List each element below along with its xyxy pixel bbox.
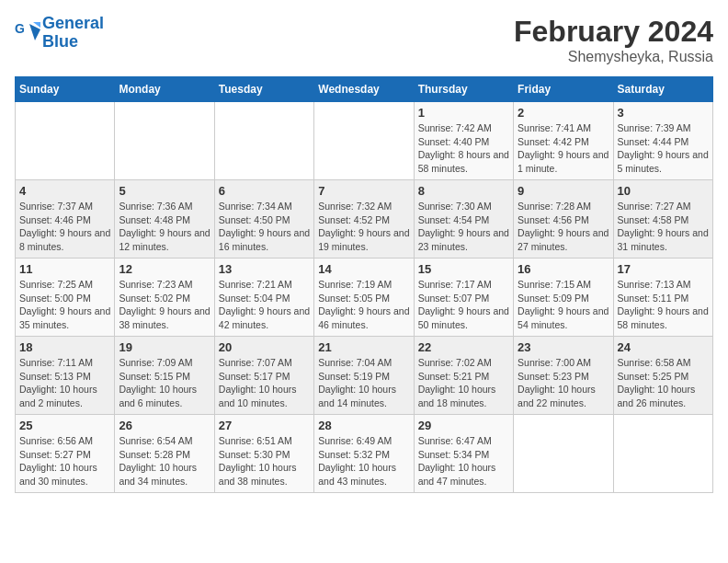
day-info: Sunrise: 6:54 AM Sunset: 5:28 PM Dayligh… [119, 434, 210, 488]
day-number: 12 [119, 262, 210, 276]
calendar-cell: 22Sunrise: 7:02 AM Sunset: 5:21 PM Dayli… [414, 337, 513, 415]
day-number: 23 [518, 340, 609, 354]
calendar-cell: 4Sunrise: 7:37 AM Sunset: 4:46 PM Daylig… [16, 180, 115, 259]
day-info: Sunrise: 7:27 AM Sunset: 4:58 PM Dayligh… [618, 200, 709, 254]
day-info: Sunrise: 7:04 AM Sunset: 5:19 PM Dayligh… [318, 356, 409, 410]
calendar-cell: 25Sunrise: 6:56 AM Sunset: 5:27 PM Dayli… [16, 415, 115, 493]
day-number: 14 [318, 262, 409, 276]
calendar-cell: 5Sunrise: 7:36 AM Sunset: 4:48 PM Daylig… [115, 180, 214, 259]
day-info: Sunrise: 6:51 AM Sunset: 5:30 PM Dayligh… [219, 434, 310, 488]
calendar-cell [115, 102, 214, 180]
calendar-cell: 18Sunrise: 7:11 AM Sunset: 5:13 PM Dayli… [16, 337, 115, 415]
day-info: Sunrise: 7:23 AM Sunset: 5:02 PM Dayligh… [119, 278, 210, 332]
calendar-cell [514, 415, 613, 493]
day-header-wednesday: Wednesday [314, 77, 414, 102]
calendar-cell: 6Sunrise: 7:34 AM Sunset: 4:50 PM Daylig… [214, 180, 313, 259]
day-number: 20 [219, 340, 310, 354]
day-number: 1 [418, 106, 509, 120]
day-number: 6 [219, 184, 310, 198]
day-number: 13 [219, 262, 310, 276]
day-number: 28 [318, 419, 409, 432]
calendar-week-2: 4Sunrise: 7:37 AM Sunset: 4:46 PM Daylig… [16, 180, 713, 259]
calendar-body: 1Sunrise: 7:42 AM Sunset: 4:40 PM Daylig… [16, 102, 713, 493]
calendar-cell [16, 102, 115, 180]
calendar-cell: 14Sunrise: 7:19 AM Sunset: 5:05 PM Dayli… [314, 259, 414, 337]
calendar-week-5: 25Sunrise: 6:56 AM Sunset: 5:27 PM Dayli… [16, 415, 713, 493]
day-info: Sunrise: 7:25 AM Sunset: 5:00 PM Dayligh… [19, 278, 110, 332]
day-info: Sunrise: 7:36 AM Sunset: 4:48 PM Dayligh… [119, 200, 210, 254]
calendar-week-4: 18Sunrise: 7:11 AM Sunset: 5:13 PM Dayli… [16, 337, 713, 415]
day-number: 26 [119, 419, 210, 432]
calendar-cell: 13Sunrise: 7:21 AM Sunset: 5:04 PM Dayli… [214, 259, 313, 337]
day-info: Sunrise: 7:11 AM Sunset: 5:13 PM Dayligh… [19, 356, 110, 410]
svg-text:G: G [15, 21, 25, 36]
calendar-cell: 9Sunrise: 7:28 AM Sunset: 4:56 PM Daylig… [514, 180, 613, 259]
day-header-monday: Monday [115, 77, 214, 102]
day-info: Sunrise: 6:47 AM Sunset: 5:34 PM Dayligh… [418, 434, 509, 488]
calendar-cell [314, 102, 414, 180]
calendar-cell [613, 415, 712, 493]
day-number: 2 [518, 106, 609, 120]
day-number: 5 [119, 184, 210, 198]
day-info: Sunrise: 7:19 AM Sunset: 5:05 PM Dayligh… [318, 278, 409, 332]
calendar-cell: 12Sunrise: 7:23 AM Sunset: 5:02 PM Dayli… [115, 259, 214, 337]
calendar-week-3: 11Sunrise: 7:25 AM Sunset: 5:00 PM Dayli… [16, 259, 713, 337]
day-info: Sunrise: 7:37 AM Sunset: 4:46 PM Dayligh… [19, 200, 110, 254]
day-header-friday: Friday [514, 77, 613, 102]
svg-marker-1 [29, 24, 40, 40]
day-number: 9 [518, 184, 609, 198]
day-number: 16 [518, 262, 609, 276]
calendar-cell: 19Sunrise: 7:09 AM Sunset: 5:15 PM Dayli… [115, 337, 214, 415]
day-number: 19 [119, 340, 210, 354]
day-info: Sunrise: 7:32 AM Sunset: 4:52 PM Dayligh… [318, 200, 409, 254]
day-number: 17 [618, 262, 709, 276]
day-info: Sunrise: 7:21 AM Sunset: 5:04 PM Dayligh… [219, 278, 310, 332]
day-number: 4 [19, 184, 110, 198]
day-header-saturday: Saturday [613, 77, 712, 102]
day-info: Sunrise: 7:39 AM Sunset: 4:44 PM Dayligh… [618, 121, 709, 176]
calendar-cell: 20Sunrise: 7:07 AM Sunset: 5:17 PM Dayli… [214, 337, 313, 415]
day-number: 25 [19, 419, 110, 432]
day-number: 29 [418, 419, 509, 432]
day-info: Sunrise: 7:34 AM Sunset: 4:50 PM Dayligh… [219, 200, 310, 254]
day-number: 7 [318, 184, 409, 198]
day-header-sunday: Sunday [16, 77, 115, 102]
day-info: Sunrise: 7:28 AM Sunset: 4:56 PM Dayligh… [518, 200, 609, 254]
day-number: 22 [418, 340, 509, 354]
logo-text: General Blue [42, 15, 104, 52]
calendar-cell: 10Sunrise: 7:27 AM Sunset: 4:58 PM Dayli… [613, 180, 712, 259]
calendar-cell: 3Sunrise: 7:39 AM Sunset: 4:44 PM Daylig… [613, 102, 712, 180]
day-info: Sunrise: 7:30 AM Sunset: 4:54 PM Dayligh… [418, 200, 509, 254]
calendar-cell: 17Sunrise: 7:13 AM Sunset: 5:11 PM Dayli… [613, 259, 712, 337]
logo: G General Blue [15, 15, 104, 52]
main-title: February 2024 [514, 15, 713, 49]
calendar-cell: 11Sunrise: 7:25 AM Sunset: 5:00 PM Dayli… [16, 259, 115, 337]
calendar-cell: 28Sunrise: 6:49 AM Sunset: 5:32 PM Dayli… [314, 415, 414, 493]
day-number: 11 [19, 262, 110, 276]
calendar-cell: 15Sunrise: 7:17 AM Sunset: 5:07 PM Dayli… [414, 259, 513, 337]
day-info: Sunrise: 7:42 AM Sunset: 4:40 PM Dayligh… [418, 121, 509, 176]
day-number: 18 [19, 340, 110, 354]
sub-title: Shemysheyka, Russia [514, 49, 713, 65]
calendar-cell: 29Sunrise: 6:47 AM Sunset: 5:34 PM Dayli… [414, 415, 513, 493]
logo-icon: G [15, 20, 40, 46]
calendar-cell: 2Sunrise: 7:41 AM Sunset: 4:42 PM Daylig… [514, 102, 613, 180]
calendar: SundayMondayTuesdayWednesdayThursdayFrid… [15, 76, 713, 493]
day-info: Sunrise: 7:15 AM Sunset: 5:09 PM Dayligh… [518, 278, 609, 332]
day-info: Sunrise: 7:17 AM Sunset: 5:07 PM Dayligh… [418, 278, 509, 332]
calendar-cell: 7Sunrise: 7:32 AM Sunset: 4:52 PM Daylig… [314, 180, 414, 259]
day-number: 15 [418, 262, 509, 276]
day-info: Sunrise: 7:41 AM Sunset: 4:42 PM Dayligh… [518, 121, 609, 176]
title-area: February 2024 Shemysheyka, Russia [514, 15, 713, 65]
day-header-thursday: Thursday [414, 77, 513, 102]
day-info: Sunrise: 6:58 AM Sunset: 5:25 PM Dayligh… [618, 356, 709, 410]
day-number: 8 [418, 184, 509, 198]
day-info: Sunrise: 7:09 AM Sunset: 5:15 PM Dayligh… [119, 356, 210, 410]
day-info: Sunrise: 7:07 AM Sunset: 5:17 PM Dayligh… [219, 356, 310, 410]
day-number: 3 [618, 106, 709, 120]
day-info: Sunrise: 7:02 AM Sunset: 5:21 PM Dayligh… [418, 356, 509, 410]
calendar-cell: 8Sunrise: 7:30 AM Sunset: 4:54 PM Daylig… [414, 180, 513, 259]
calendar-cell: 21Sunrise: 7:04 AM Sunset: 5:19 PM Dayli… [314, 337, 414, 415]
day-info: Sunrise: 6:56 AM Sunset: 5:27 PM Dayligh… [19, 434, 110, 488]
calendar-cell [214, 102, 313, 180]
